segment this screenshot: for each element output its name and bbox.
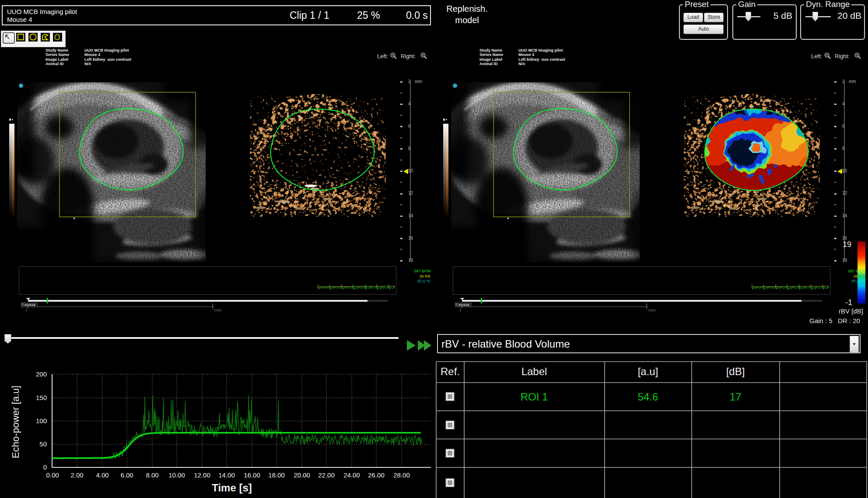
- svg-text:10.00: 10.00: [168, 471, 185, 479]
- svg-text:26.00: 26.00: [368, 471, 385, 479]
- svg-text:[a.u]: [a.u]: [638, 366, 658, 377]
- svg-text:54.6: 54.6: [638, 391, 658, 403]
- svg-text:8.00: 8.00: [146, 471, 158, 479]
- svg-text:14.00: 14.00: [218, 471, 235, 479]
- svg-text:Echo-power [a.u]: Echo-power [a.u]: [10, 386, 21, 458]
- svg-text:28.00: 28.00: [393, 471, 410, 479]
- svg-text:4.00: 4.00: [96, 471, 108, 479]
- svg-text:Time [s]: Time [s]: [212, 482, 252, 494]
- svg-text:20.00: 20.00: [294, 471, 310, 479]
- svg-text:Label: Label: [522, 366, 547, 377]
- svg-text:16.00: 16.00: [244, 471, 260, 479]
- svg-text:2.00: 2.00: [70, 471, 83, 479]
- svg-text:12.00: 12.00: [194, 471, 210, 479]
- svg-text:50: 50: [39, 440, 47, 448]
- svg-text:24.00: 24.00: [343, 471, 360, 479]
- svg-text:17: 17: [730, 391, 742, 403]
- svg-text:0.00: 0.00: [46, 471, 59, 479]
- svg-text:150: 150: [36, 394, 47, 401]
- svg-text:[dB]: [dB]: [726, 366, 745, 377]
- svg-text:18.00: 18.00: [268, 471, 285, 479]
- svg-text:ROI 1: ROI 1: [521, 391, 548, 403]
- svg-text:100: 100: [36, 417, 47, 425]
- svg-text:22.00: 22.00: [318, 471, 335, 479]
- svg-text:Ref.: Ref.: [441, 366, 460, 377]
- svg-text:6.00: 6.00: [120, 471, 133, 479]
- svg-text:0: 0: [43, 463, 47, 471]
- svg-text:200: 200: [36, 370, 47, 378]
